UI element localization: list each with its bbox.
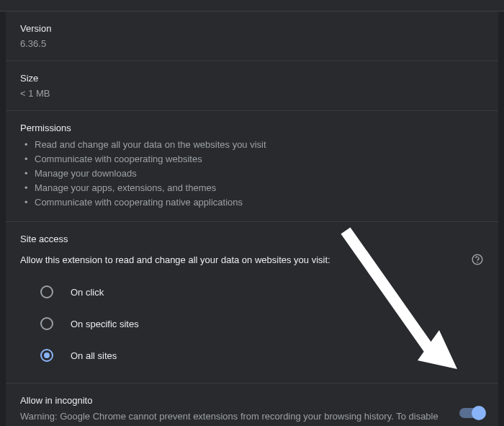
incognito-toggle[interactable] bbox=[459, 408, 484, 418]
version-value: 6.36.5 bbox=[20, 38, 484, 49]
site-access-radio-group: On click On specific sites On all sites bbox=[40, 276, 484, 371]
version-section: Version 6.36.5 bbox=[6, 12, 498, 61]
top-bar bbox=[0, 0, 504, 12]
site-access-description-row: Allow this extension to read and change … bbox=[20, 253, 484, 266]
incognito-warning: Warning: Google Chrome cannot prevent ex… bbox=[20, 410, 445, 426]
permission-item: Read and change all your data on the web… bbox=[20, 138, 484, 152]
permission-item: Manage your downloads bbox=[20, 167, 484, 181]
permissions-label: Permissions bbox=[20, 123, 484, 133]
extension-details-card: Version 6.36.5 Size < 1 MB Permissions R… bbox=[6, 12, 498, 426]
radio-on-click[interactable]: On click bbox=[40, 276, 484, 308]
site-access-label: Site access bbox=[20, 234, 484, 244]
permission-item: Manage your apps, extensions, and themes bbox=[20, 181, 484, 195]
permissions-list: Read and change all your data on the web… bbox=[20, 138, 484, 210]
radio-label: On all sites bbox=[71, 350, 117, 361]
permission-item: Communicate with cooperating websites bbox=[20, 152, 484, 167]
incognito-text-block: Allow in incognito Warning: Google Chrom… bbox=[20, 395, 445, 426]
size-value: < 1 MB bbox=[20, 88, 484, 99]
radio-icon bbox=[40, 317, 53, 330]
radio-icon bbox=[40, 285, 53, 298]
permissions-section: Permissions Read and change all your dat… bbox=[6, 111, 498, 222]
toggle-knob bbox=[472, 406, 486, 420]
incognito-label: Allow in incognito bbox=[20, 395, 445, 406]
size-label: Size bbox=[20, 73, 484, 84]
site-access-section: Site access Allow this extension to read… bbox=[6, 222, 498, 383]
radio-label: On specific sites bbox=[71, 319, 139, 329]
incognito-section: Allow in incognito Warning: Google Chrom… bbox=[6, 383, 498, 426]
version-label: Version bbox=[20, 23, 484, 34]
size-section: Size < 1 MB bbox=[6, 61, 498, 111]
radio-label: On click bbox=[71, 287, 104, 298]
help-icon[interactable] bbox=[471, 253, 484, 266]
radio-icon bbox=[40, 349, 53, 362]
site-access-description: Allow this extension to read and change … bbox=[20, 254, 330, 265]
radio-on-specific-sites[interactable]: On specific sites bbox=[40, 308, 484, 340]
permission-item: Communicate with cooperating native appl… bbox=[20, 195, 484, 210]
radio-on-all-sites[interactable]: On all sites bbox=[40, 340, 484, 371]
